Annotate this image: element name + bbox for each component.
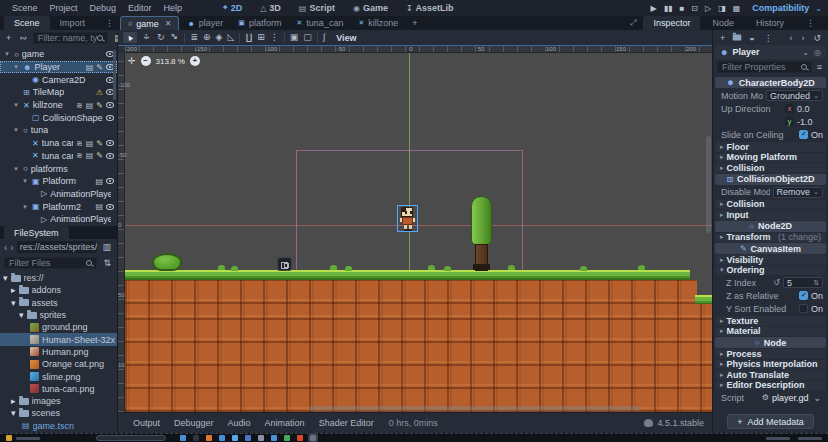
history-forward-button[interactable]: › (10, 242, 13, 253)
tree-arrow-icon[interactable]: ▾ (11, 298, 16, 308)
bottom-tab-output[interactable]: Output (126, 418, 167, 428)
group-editor-description[interactable]: ▸Editor Description (715, 381, 826, 391)
scene-tab-game[interactable]: ○game✕ (120, 16, 179, 30)
scene-tree-item-killzone[interactable]: ▾✕killzone≋▤✎ (0, 99, 117, 112)
file-item-human-sheet-32x32-png[interactable]: Human-Sheet-32x32.png (0, 333, 117, 345)
dirt-tilemap-upper[interactable] (125, 280, 697, 304)
stop-button[interactable]: ■ (679, 4, 684, 13)
player-sprite-selected[interactable] (397, 205, 418, 232)
menu-debug[interactable]: Debug (84, 3, 123, 13)
add-node-button[interactable]: + (4, 32, 13, 44)
visibility-eye-icon[interactable] (106, 153, 114, 159)
save-resource-button[interactable]: ◒ (747, 32, 756, 44)
signal-icon[interactable]: ≋ (76, 151, 83, 160)
taskbar-app-icon[interactable] (180, 435, 186, 441)
scene-dock-tab-menu[interactable]: ⋮ (105, 16, 118, 30)
edited-node-row[interactable]: ☻ Player ⌄ ◎ (715, 45, 826, 59)
tab-inspector[interactable]: Inspector (643, 16, 700, 30)
file-item-assets[interactable]: ▾assets (0, 297, 117, 309)
dropdown-remove[interactable]: Remove⌄ (773, 187, 823, 198)
menu-scene[interactable]: Scene (6, 3, 44, 13)
tree-arrow-icon[interactable]: ▸ (11, 396, 16, 406)
warning-icon[interactable]: ⚠ (96, 88, 103, 97)
visibility-eye-icon[interactable] (106, 204, 114, 210)
taskbar-app-icon[interactable] (284, 435, 290, 441)
scene-tree-scrollbar[interactable] (113, 50, 116, 100)
load-resource-button[interactable] (733, 35, 742, 41)
scene-tab-platform[interactable]: ▣platform (231, 16, 288, 30)
tree-arrow-icon[interactable]: ▾ (3, 273, 8, 283)
open-scene-icon[interactable]: ▤ (86, 139, 94, 148)
tree-arrow-icon[interactable]: ▾ (12, 126, 20, 134)
taskbar-search[interactable] (96, 435, 166, 441)
add-metadata-button[interactable]: + Add Metadata (727, 414, 814, 429)
file-item-res-[interactable]: ▾res:// (0, 272, 117, 284)
play-button[interactable]: ▶ (650, 4, 656, 13)
tree-arrow-icon[interactable]: ▾ (19, 310, 24, 320)
pause-button[interactable]: ▮▮ (664, 4, 673, 13)
pin-icon[interactable]: ◎ (814, 48, 821, 57)
script-value[interactable]: player.gd (772, 393, 809, 403)
tree-arrow-icon[interactable]: ▾ (12, 165, 20, 173)
viewport-canvas[interactable]: -200-150-100-50050100150200 -100-5005010… (118, 46, 712, 412)
grid-snap-tool[interactable]: ⊞ (257, 33, 265, 42)
pivot-tool[interactable]: ⊕ (203, 33, 211, 42)
file-item-tuna-can-png[interactable]: tuna-can.png (0, 383, 117, 395)
file-item-sprites[interactable]: ▾sprites (0, 309, 117, 321)
property-options-button[interactable]: ≡ (815, 61, 824, 73)
chevron-down-icon[interactable]: ⌄ (802, 48, 809, 57)
ruler-tool[interactable]: ◺ (227, 33, 234, 42)
spin-input[interactable]: 5⇅ (783, 277, 823, 288)
zoom-in-button[interactable]: + (190, 56, 200, 66)
tab-filesystem[interactable]: FileSystem (4, 226, 69, 239)
group-physics-interpolation[interactable]: ▸Physics Interpolation (715, 360, 826, 370)
select-tool[interactable]: ▲ (123, 32, 137, 43)
script-icon[interactable]: ✎ (96, 101, 103, 110)
visibility-eye-icon[interactable] (106, 102, 114, 108)
current-path[interactable]: res://assets/sprites/Huma (17, 241, 98, 253)
group-transform[interactable]: ▸Transform(1 change) (715, 233, 826, 243)
scale-tool[interactable] (169, 32, 179, 44)
group-process[interactable]: ▸Process (715, 349, 826, 359)
scene-tree-item-animationplayer[interactable]: ▷AnimationPlayer (0, 188, 117, 201)
taskbar-app-icon[interactable] (245, 435, 251, 441)
file-item-images[interactable]: ▸images (0, 395, 117, 407)
canvas-vertical-scrollbar[interactable] (706, 136, 711, 233)
scene-tree-item-tuna[interactable]: ▾○tuna (0, 124, 117, 137)
tab-history[interactable]: History (746, 16, 794, 30)
group-visibility[interactable]: ▸Visibility (715, 255, 826, 265)
renderer-selector[interactable]: Compatibility (752, 3, 809, 13)
signal-icon[interactable]: ≋ (76, 101, 83, 110)
group-collision[interactable]: ▸Collision (715, 163, 826, 173)
camera2d-gizmo-icon[interactable] (277, 257, 292, 271)
sort-files-button[interactable]: ⇅ (101, 257, 113, 269)
rotate-tool[interactable]: ↻ (157, 33, 165, 42)
slime-sprite[interactable] (152, 253, 182, 271)
scene-tree-item-tilemap[interactable]: ⊞TileMap⚠ (0, 86, 117, 99)
bottom-tab-audio[interactable]: Audio (221, 418, 258, 428)
history-forward-button[interactable]: › (799, 32, 806, 44)
workspace-game[interactable]: ◉Game (346, 3, 395, 13)
group-floor[interactable]: ▸Floor (715, 142, 826, 152)
close-icon[interactable]: ✕ (165, 19, 172, 28)
taskbar-app-icon[interactable] (206, 435, 212, 441)
scene-tab-tuna_can[interactable]: ✕tuna_can (289, 16, 350, 30)
history-back-button[interactable]: ‹ (787, 32, 794, 44)
scene-tree-item-platform[interactable]: ▾▣Platform▤ (0, 175, 117, 188)
play-custom-scene-button[interactable]: ◨ (718, 4, 726, 13)
open-scene-icon[interactable]: ▤ (86, 101, 94, 110)
visibility-eye-icon[interactable] (106, 115, 114, 121)
resource-menu-button[interactable]: ⋮ (762, 32, 775, 44)
lock-tool[interactable]: ▣ (290, 33, 299, 42)
scene-tree-item-animationplayer[interactable]: ▷AnimationPlayer (0, 213, 117, 226)
bottom-tab-debugger[interactable]: Debugger (167, 418, 221, 428)
revert-icon[interactable]: ↺ (773, 278, 780, 287)
file-item-game-tscn[interactable]: ▤game.tscn (0, 420, 117, 432)
bottom-tab-shader-editor[interactable]: Shader Editor (312, 418, 381, 428)
new-resource-button[interactable]: + (718, 32, 727, 44)
pan-tool[interactable]: ◈ (216, 33, 223, 42)
open-scene-icon[interactable]: ▤ (95, 202, 103, 211)
dropdown-grounded[interactable]: Grounded⌄ (766, 90, 823, 101)
scene-tree-item-platforms[interactable]: ▾○platforms (0, 162, 117, 175)
taskbar-app-icon[interactable] (219, 435, 225, 441)
